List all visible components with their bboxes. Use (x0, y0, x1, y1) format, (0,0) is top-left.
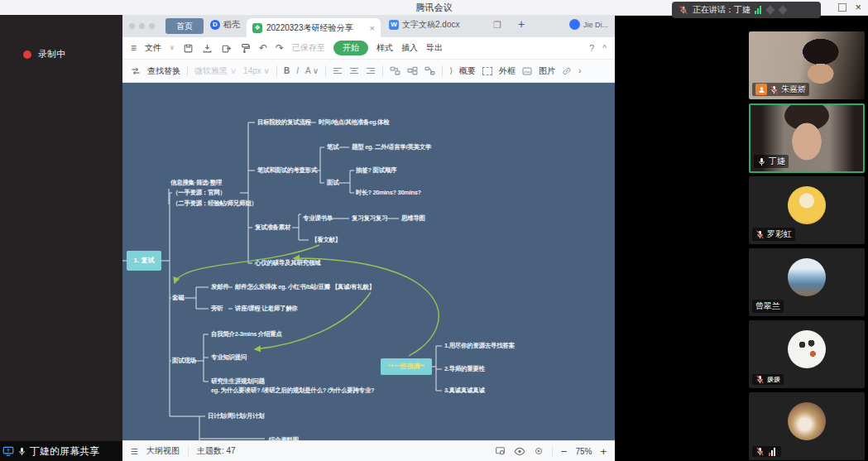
format-painter-icon[interactable] (240, 43, 251, 54)
mindmap-node-exam-forms[interactable]: 笔试和面试的考查形式 (257, 166, 317, 175)
menu-style[interactable]: 样式 (376, 42, 393, 54)
tab-word-document[interactable]: W 文字文稿2.docx (389, 19, 459, 31)
insert-topic-icon[interactable] (390, 66, 400, 75)
traffic-light-icon[interactable] (129, 23, 135, 29)
account-widget[interactable]: Jie Di... (569, 19, 608, 30)
participant-tile-6[interactable] (749, 392, 865, 460)
summary-button[interactable]: 概要 (459, 65, 476, 77)
mindmap-node-written[interactable]: 笔试 (327, 143, 338, 151)
participant-5-chip: 媛媛 (752, 374, 784, 385)
insert-subtopic-icon[interactable] (407, 66, 418, 75)
mindmap-node-written-detail[interactable]: 题型 eg. 二外/语言学/英美文学 (352, 143, 431, 151)
mindmap-node-email-detail[interactable]: 邮件怎么发得体 eg. 小红书/b站/豆瓣 【真诚/有礼貌】 (235, 283, 375, 291)
mindmap-node-interview[interactable]: 面试 (327, 179, 338, 187)
mindmap-node-booklist[interactable]: 专业课书单 (303, 214, 333, 223)
mindmap-node-review[interactable]: 复习复习复习 (352, 214, 387, 223)
mindmap-node-career-eg[interactable]: eg. 为什么要读研? /读研之后的规划是什么? /为什么要跨专业? (211, 387, 374, 395)
summary-brace-icon: ⟩ (449, 66, 453, 75)
tab-home[interactable]: 首页 (165, 18, 204, 34)
traffic-light-icon[interactable] (139, 23, 145, 29)
zoom-out-button[interactable]: − (561, 445, 568, 458)
export-icon[interactable] (221, 43, 232, 54)
image-button[interactable]: 图片 (539, 65, 555, 77)
mindmap-node-mentor[interactable]: 心仪的硕导及其研究领域 (255, 259, 320, 267)
mindmap-node-audit-detail[interactable]: 讲座/课程 让老师了解你 (235, 305, 298, 313)
mindmap-emphasis-node[interactable]: **一些强调** (381, 358, 432, 375)
participant-tile-5[interactable]: 媛媛 (749, 320, 865, 388)
participant-tile-3[interactable]: 罗彩虹 (749, 176, 865, 244)
mindmap-node-literature[interactable]: 【看文献】 (311, 236, 341, 244)
mindmap-node-career[interactable]: 研究生生涯规划问题 (211, 377, 265, 386)
mindmap-node-info-title[interactable]: 信息搜集·筛选·整理 (170, 179, 222, 187)
tab-active-document[interactable]: ❖ 20220323考研经验分享 × (247, 18, 381, 37)
menu-file[interactable]: 文件 (145, 42, 161, 54)
traffic-light-icon[interactable] (149, 23, 155, 29)
font-name-select[interactable]: 微软雅黑 ∨ (194, 65, 237, 77)
recording-indicator[interactable]: 录制中 (23, 48, 65, 60)
font-size-select[interactable]: 14px ∨ (243, 66, 270, 75)
new-tab-button[interactable]: + (518, 17, 525, 31)
download-icon[interactable] (202, 43, 213, 54)
mindmap-node-interview-time[interactable]: 时长? 20mins? 30mins? (356, 189, 421, 197)
mindmap-node-knowledge[interactable]: 专业知识提问 (211, 353, 247, 362)
mindmap-node-audit[interactable]: 旁听 (211, 305, 223, 313)
mindmap-node-em2[interactable]: 2.导师的重要性 (444, 365, 485, 373)
help-button[interactable]: ? (589, 43, 594, 53)
align-right-icon[interactable] (366, 67, 376, 75)
collapse-toolbar-button[interactable]: ^ (602, 44, 607, 53)
menu-insert[interactable]: 插入 (401, 42, 418, 54)
bold-button[interactable]: B (284, 66, 290, 75)
close-window-button[interactable]: × (855, 1, 861, 14)
avatar (788, 330, 826, 368)
italic-button[interactable]: I (296, 66, 299, 75)
presentation-icon[interactable] (495, 446, 506, 456)
undo-icon[interactable]: ↶ (259, 43, 267, 53)
menu-export[interactable]: 导出 (426, 42, 443, 54)
relation-icon[interactable] (424, 66, 435, 75)
mindmap-node-mindmap-tool[interactable]: 思维导图 (401, 214, 425, 223)
zoom-in-button[interactable]: + (600, 445, 607, 458)
find-replace-button[interactable]: 查找替换 (147, 65, 180, 77)
align-left-icon[interactable] (333, 67, 343, 75)
maximize-icon[interactable] (838, 3, 846, 12)
eye-icon[interactable] (514, 447, 525, 456)
avatar (569, 19, 580, 30)
mindmap-node-taoci[interactable]: 套磁 (172, 294, 184, 302)
mindmap-node-email[interactable]: 发邮件 (211, 283, 229, 291)
locate-center-icon[interactable] (534, 446, 544, 456)
link-icon[interactable] (562, 67, 572, 75)
mindmap-node-em3[interactable]: 3.真诚真诚真诚 (444, 387, 485, 395)
mindmap-node-plans[interactable]: 日计划/周计划/月计划 (208, 412, 264, 420)
hamburger-icon[interactable]: ≡ (131, 43, 137, 53)
host-badge-icon (755, 84, 767, 95)
mindmap-node-info-first[interactable]: （一手资源：官网） (172, 189, 226, 197)
muted-mic-icon (755, 375, 765, 384)
mindmap-node-info-second[interactable]: （二手资源：经验帖/师兄师姐） (172, 199, 257, 208)
mindmap-node-materials[interactable]: 复试准备素材 (255, 223, 290, 232)
redo-icon[interactable]: ↷ (276, 43, 284, 53)
font-color-button[interactable]: A ∨ (305, 66, 319, 75)
participant-tile-1[interactable]: 朱嘉娇 (749, 31, 865, 99)
frame-button[interactable]: 外框 (499, 65, 516, 77)
participant-tile-4[interactable]: 曾翠兰 (749, 248, 865, 316)
tab-switcher-icon[interactable]: ❐ (493, 20, 501, 31)
participant-name: 媛媛 (767, 375, 780, 384)
mindmap-node-onsite[interactable]: 面试现场 (172, 357, 196, 365)
tab-close-icon[interactable]: × (370, 23, 375, 33)
participant-tile-2-active-speaker[interactable]: 丁婕 (749, 103, 865, 173)
mindmap-canvas[interactable]: 1. 复试 **一些强调** 目标院校的复试流程 时间/地点/其他准备eg.体检… (122, 83, 615, 440)
mindmap-node-process[interactable]: 目标院校的复试流程 (257, 118, 311, 127)
more-tools-button[interactable]: › (578, 66, 581, 75)
save-icon[interactable] (183, 43, 194, 54)
mindmap-node-self-intro[interactable]: 自我简介2-3mins 介绍重点 (211, 330, 282, 339)
mic-icon (757, 157, 766, 166)
align-center-icon[interactable] (349, 67, 359, 75)
mindmap-node-em1[interactable]: 1.用尽你的资源去寻找答案 (444, 342, 515, 350)
tab-docer[interactable]: D 稻壳 (210, 19, 240, 31)
statusbar: ☰ 大纲视图 主题数: 47 − 75% + (122, 440, 615, 461)
mindmap-root-node[interactable]: 1. 复试 (127, 251, 161, 271)
outline-view-button[interactable]: 大纲视图 (146, 445, 180, 457)
mindmap-node-process-detail[interactable]: 时间/地点/其他准备eg.体检 (319, 118, 390, 127)
mindmap-node-interview-order[interactable]: 抽签? 面试顺序 (356, 166, 396, 175)
menu-start[interactable]: 开始 (333, 41, 368, 55)
